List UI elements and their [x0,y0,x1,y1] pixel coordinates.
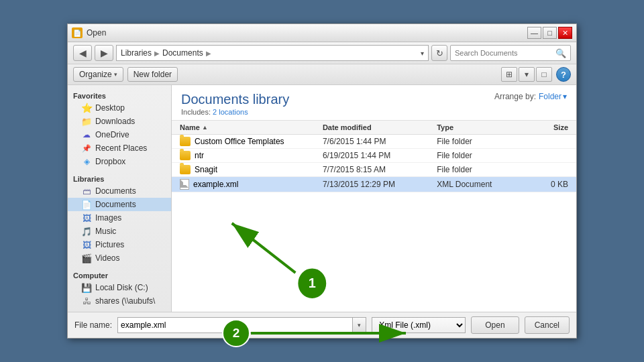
pic-icon: 🖼 [81,239,92,250]
search-box: 🔍 [450,45,571,61]
dialog-title: Open [87,28,523,38]
sidebar-item-label: Videos [95,253,119,263]
organize-dropdown-arrow: ▾ [114,71,117,78]
dropbox-icon: ◈ [81,156,92,167]
sidebar: Favorites ⭐ Desktop 📁 Downloads ☁ OneDri… [68,85,172,312]
sidebar-item-label: Music [95,227,116,236]
col-date-header[interactable]: Date modified [323,123,437,131]
search-input[interactable] [455,49,553,57]
xml-file-icon [180,179,189,190]
folder-icon [180,165,191,174]
folder-icon [180,137,191,146]
table-row[interactable]: Custom Office Templates 7/6/2015 1:44 PM… [172,135,576,149]
organize-button[interactable]: Organize ▾ [73,67,123,82]
sidebar-item-shares[interactable]: 🖧 shares (\\aubufs\ [68,294,171,308]
preview-button[interactable]: □ [536,67,552,82]
favorites-label: Favorites [68,89,171,101]
file-name: ntr [195,151,204,160]
open-button[interactable]: Open [471,316,519,334]
sidebar-item-label: Desktop [95,103,125,113]
breadcrumb-libraries[interactable]: Libraries [121,48,152,58]
filename-wrapper: ▾ [117,317,366,333]
table-row[interactable]: example.xml 7/13/2015 12:29 PM XML Docum… [172,177,576,192]
sidebar-item-label: Local Disk (C:) [95,283,148,292]
sidebar-item-label: Recent Places [95,143,147,153]
file-list-header: Name ▲ Date modified Type Size [172,121,576,135]
content-area: Favorites ⭐ Desktop 📁 Downloads ☁ OneDri… [68,85,576,312]
img-icon: 🖼 [81,213,92,223]
table-row[interactable]: Snagit 7/7/2015 8:15 AM File folder [172,163,576,177]
sidebar-item-local-disk[interactable]: 💾 Local Disk (C:) [68,281,171,294]
view-dropdown-button[interactable]: ▾ [519,67,535,82]
arrange-dropdown[interactable]: Folder ▾ [539,92,567,101]
sidebar-item-pictures[interactable]: 🖼 Pictures [68,238,171,251]
sidebar-item-label: Dropbox [95,157,125,166]
file-type: XML Document [437,180,523,189]
library-title: Documents library [181,92,289,107]
filetype-select[interactable]: Xml File (.xml) [372,317,466,333]
file-date: 7/7/2015 8:15 AM [323,165,437,174]
cancel-button[interactable]: Cancel [525,316,570,334]
col-size-header[interactable]: Size [523,123,568,131]
sort-arrow-icon: ▲ [202,124,208,131]
library-icon: 🗃 [81,186,92,196]
file-size: 0 KB [523,180,568,189]
sidebar-item-videos[interactable]: 🎬 Videos [68,251,171,265]
sidebar-item-documents-active[interactable]: 📄 Documents [68,198,171,211]
sidebar-item-onedrive[interactable]: ☁ OneDrive [68,128,171,141]
breadcrumb[interactable]: Libraries ▶ Documents ▶ ▾ [116,45,429,61]
sidebar-item-recent[interactable]: 📌 Recent Places [68,141,171,155]
window-controls: — □ ✕ [527,27,572,39]
breadcrumb-dropdown-btn[interactable]: ▾ [421,50,424,57]
file-name: example.xml [193,180,238,189]
library-subtitle: Includes: 2 locations [181,108,289,116]
filename-dropdown-button[interactable]: ▾ [353,317,366,333]
file-type: File folder [437,137,523,146]
col-type-header[interactable]: Type [437,123,523,131]
star-icon: ⭐ [81,103,92,113]
sidebar-item-downloads[interactable]: 📁 Downloads [68,115,171,128]
disk-icon: 💾 [81,282,92,293]
col-name-header[interactable]: Name ▲ [180,123,323,131]
file-date: 7/13/2015 12:29 PM [323,180,437,189]
forward-button[interactable]: ▶ [95,45,113,61]
search-icon: 🔍 [555,48,566,58]
sidebar-item-label: Images [95,213,121,223]
cloud-icon: ☁ [81,129,92,140]
library-header: Documents library Includes: 2 locations … [172,85,576,121]
close-button[interactable]: ✕ [558,27,572,39]
refresh-button[interactable]: ↻ [431,45,447,61]
sidebar-item-documents[interactable]: 🗃 Documents [68,184,171,198]
new-folder-button[interactable]: New folder [127,67,178,82]
filename-input[interactable] [117,317,353,333]
computer-label: Computer [68,269,171,281]
breadcrumb-arrow: ▶ [206,50,211,57]
main-content-wrapper: Documents library Includes: 2 locations … [172,85,576,312]
sidebar-item-label: Downloads [95,117,135,126]
sidebar-item-images[interactable]: 🖼 Images [68,211,171,225]
sidebar-item-label: shares (\\aubufs\ [95,296,155,306]
sidebar-item-label: Documents [95,200,136,209]
breadcrumb-documents[interactable]: Documents [162,48,203,58]
pin-icon: 📌 [81,143,92,154]
file-date: 7/6/2015 1:44 PM [323,137,437,146]
file-list: Name ▲ Date modified Type Size Custom Of… [172,121,576,312]
locations-link[interactable]: 2 locations [213,108,248,116]
arrange-dropdown-arrow: ▾ [563,92,567,101]
dialog-icon: 📄 [72,27,83,38]
libraries-label: Libraries [68,172,171,184]
view-buttons: ⊞ ▾ □ [501,67,552,82]
maximize-button[interactable]: □ [543,27,557,39]
sidebar-item-desktop[interactable]: ⭐ Desktop [68,101,171,115]
sidebar-item-music[interactable]: 🎵 Music [68,225,171,238]
help-button[interactable]: ? [556,67,571,82]
table-row[interactable]: ntr 6/19/2015 1:44 PM File folder [172,149,576,163]
back-button[interactable]: ◀ [73,45,92,61]
sidebar-item-label: OneDrive [95,130,129,139]
view-list-button[interactable]: ⊞ [501,67,517,82]
sidebar-item-dropbox[interactable]: ◈ Dropbox [68,155,171,168]
minimize-button[interactable]: — [527,27,541,39]
music-icon: 🎵 [81,226,92,237]
file-date: 6/19/2015 1:44 PM [323,151,437,160]
file-name: Custom Office Templates [195,137,284,146]
